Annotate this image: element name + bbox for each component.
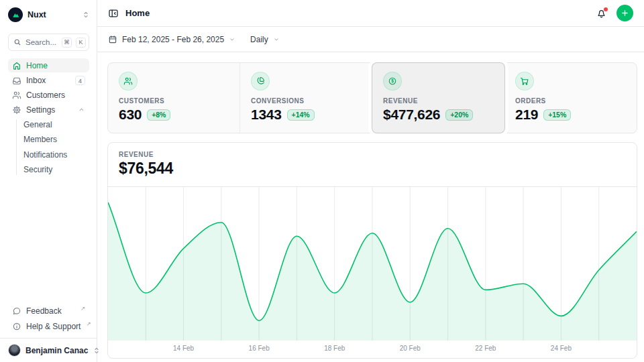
chart-x-tick-label: 16 Feb: [249, 345, 270, 352]
stat-value: 630: [119, 107, 142, 123]
kbd-k: K: [76, 38, 86, 48]
subnav-item-notifications[interactable]: Notifications: [23, 147, 89, 162]
subnav-item-general[interactable]: General: [23, 117, 89, 132]
sidebar-item-help-support[interactable]: Help & Support ↗: [8, 319, 89, 333]
sidebar-item-customers[interactable]: Customers: [8, 88, 89, 102]
subnav-item-security[interactable]: Security: [23, 163, 89, 178]
nuxt-logo-icon: [8, 7, 23, 22]
chart-x-tick-label: 18 Feb: [324, 345, 345, 352]
cart-icon: [515, 72, 534, 90]
stat-card-conversions[interactable]: CONVERSIONS 1343 +14%: [240, 63, 372, 133]
users-icon: [119, 72, 138, 90]
chevron-up-icon: [78, 106, 85, 113]
sidebar-item-inbox[interactable]: Inbox 4: [8, 73, 89, 87]
stat-card-customers[interactable]: CUSTOMERS 630 +8%: [108, 63, 240, 133]
external-link-icon: ↗: [86, 320, 91, 327]
subnav-item-members[interactable]: Members: [23, 133, 89, 147]
workspace-switcher[interactable]: Nuxt: [8, 7, 90, 23]
chart-header: REVENUE $76,544: [108, 143, 637, 187]
sidebar-item-feedback[interactable]: Feedback ↗: [8, 304, 89, 318]
chart-x-labels: 14 Feb16 Feb18 Feb20 Feb22 Feb24 Feb: [108, 341, 637, 358]
search-icon: [13, 38, 21, 46]
page-content: CUSTOMERS 630 +8% CONVERSIONS 1343 +14%: [97, 52, 644, 359]
settings-subnav: General Members Notifications Security: [0, 117, 89, 177]
plus-icon: [621, 9, 629, 17]
chevrons-up-down-icon: [82, 11, 90, 19]
sidebar-nav: Home Inbox 4 Customers Settings: [0, 58, 97, 117]
chart-metric-label: REVENUE: [119, 151, 626, 158]
page-title: Home: [125, 8, 150, 18]
chart-x-tick-label: 20 Feb: [400, 345, 421, 352]
external-link-icon: ↗: [80, 305, 85, 312]
date-range-picker[interactable]: Feb 12, 2025 - Feb 26, 2025: [108, 35, 235, 44]
calendar-icon: [108, 35, 117, 44]
chart-metric-value: $76,544: [119, 160, 626, 178]
sidebar-item-settings[interactable]: Settings: [8, 103, 89, 117]
notifications-button[interactable]: [596, 7, 607, 19]
chart-x-tick-label: 14 Feb: [173, 345, 194, 352]
stat-delta-badge: +14%: [287, 109, 315, 121]
stat-value: $477,626: [383, 107, 440, 123]
collapse-sidebar-button[interactable]: [108, 8, 119, 19]
chart-x-tick-label: 22 Feb: [475, 345, 496, 352]
chevron-down-icon: [229, 36, 235, 43]
user-menu[interactable]: Benjamin Canac: [0, 338, 97, 362]
workspace-name: Nuxt: [28, 10, 77, 19]
sidebar-item-home[interactable]: Home: [8, 58, 89, 72]
user-name: Benjamin Canac: [25, 346, 88, 355]
stats-row: CUSTOMERS 630 +8% CONVERSIONS 1343 +14%: [107, 62, 637, 133]
filter-toolbar: Feb 12, 2025 - Feb 26, 2025 Daily: [97, 27, 644, 52]
date-range-label: Feb 12, 2025 - Feb 26, 2025: [122, 35, 224, 44]
sidebar-spacer: [0, 177, 97, 304]
stat-label: ORDERS: [515, 97, 626, 105]
stat-card-revenue[interactable]: $ REVENUE $477,626 +20%: [372, 63, 504, 133]
kbd-cmd: ⌘: [62, 38, 72, 48]
chart-x-tick-label: 24 Feb: [551, 345, 572, 352]
revenue-chart-card: REVENUE $76,544 14 Feb16 Feb18 Feb20 Feb…: [107, 142, 637, 359]
stat-label: CUSTOMERS: [119, 97, 229, 105]
search-input[interactable]: Search... ⌘ K: [8, 34, 89, 51]
pie-icon: [251, 72, 270, 90]
stat-delta-badge: +8%: [147, 109, 170, 121]
main-area: Home Feb 12, 2: [97, 0, 644, 362]
panel-left-close-icon: [108, 8, 119, 19]
svg-text:$: $: [391, 78, 394, 84]
topbar-actions: [596, 5, 633, 21]
avatar: [8, 344, 21, 357]
gear-icon: [12, 105, 21, 115]
stat-card-orders[interactable]: ORDERS 219 +15%: [504, 63, 637, 133]
inbox-icon: [12, 76, 21, 85]
granularity-label: Daily: [250, 35, 268, 44]
app-window: Nuxt Search... ⌘ K Home: [0, 0, 644, 362]
sidebar-footer-nav: Feedback ↗ Help & Support ↗: [0, 304, 97, 333]
stat-value: 1343: [251, 107, 282, 123]
info-icon: [12, 322, 21, 331]
chat-icon: [12, 306, 21, 316]
stat-value: 219: [515, 107, 538, 123]
add-button[interactable]: [616, 5, 633, 21]
stat-label: REVENUE: [383, 97, 494, 105]
search-placeholder: Search...: [25, 38, 58, 46]
granularity-select[interactable]: Daily: [250, 35, 280, 44]
notification-dot: [604, 7, 608, 11]
home-icon: [12, 61, 21, 70]
stat-delta-badge: +20%: [445, 109, 473, 121]
revenue-chart-svg: [108, 187, 637, 341]
stat-delta-badge: +15%: [543, 109, 571, 121]
topbar: Home: [97, 0, 644, 27]
sidebar: Nuxt Search... ⌘ K Home: [0, 0, 97, 362]
dollar-icon: $: [383, 72, 402, 90]
inbox-count-badge: 4: [75, 76, 85, 85]
chevron-down-icon: [273, 36, 280, 43]
stat-label: CONVERSIONS: [251, 97, 361, 105]
users-icon: [12, 90, 21, 100]
revenue-chart[interactable]: [108, 187, 637, 341]
